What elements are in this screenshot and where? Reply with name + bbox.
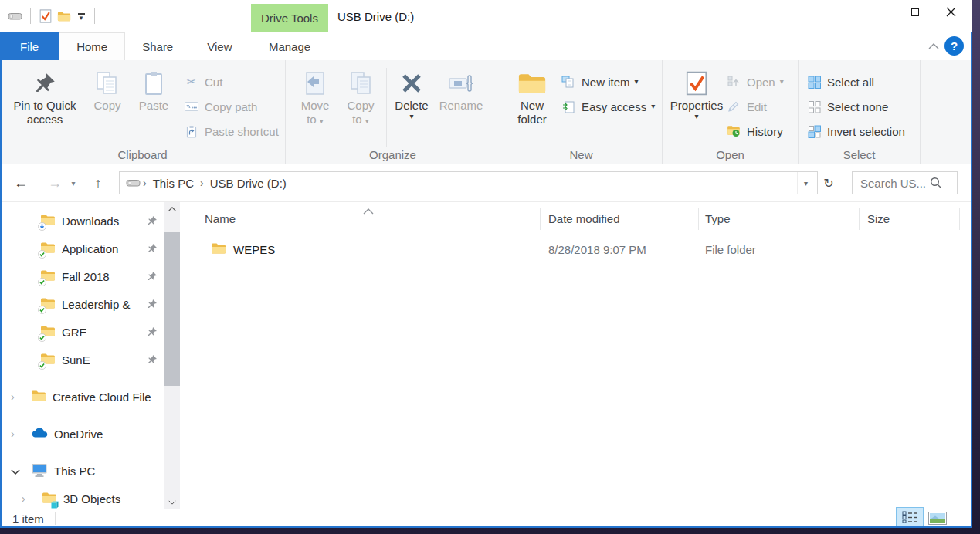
easy-access-icon (561, 100, 576, 113)
select-small-buttons: Select all Select none Invert selection (806, 63, 905, 144)
copy-button[interactable]: Copy (85, 63, 130, 147)
scroll-up-icon[interactable] (164, 202, 180, 216)
file-list: Name Date modified Type Size WEPES 8/28/… (185, 202, 972, 509)
invert-selection-button[interactable]: Invert selection (806, 119, 905, 144)
paste-shortcut-button[interactable]: Paste shortcut (184, 119, 279, 144)
new-folder-qat-button[interactable] (55, 7, 73, 25)
easy-access-button[interactable]: Easy access ▾ (561, 94, 655, 119)
column-header-type[interactable]: Type (699, 208, 860, 230)
back-button[interactable]: ← (9, 171, 32, 194)
pushpin-icon (33, 68, 56, 99)
navigation-toolbar: ← → ▾ ↑ › This PC › USB Drive (D:) ▾ ↻ (0, 164, 972, 202)
sidebar-item-3d-objects[interactable]: › 3D Objects (0, 485, 185, 509)
sidebar-scrollbar[interactable] (164, 202, 180, 509)
up-button[interactable]: ↑ (86, 171, 110, 194)
tab-home[interactable]: Home (59, 32, 125, 60)
pin-icon (147, 299, 158, 312)
minimize-button[interactable] (862, 0, 897, 24)
sidebar-item-sune[interactable]: SunE (0, 346, 185, 373)
history-button[interactable]: History (726, 119, 784, 144)
column-header-date-modified[interactable]: Date modified (541, 208, 699, 230)
ribbon-group-organize: Move to ▾ Copy to ▾ Delete ▾ (286, 60, 500, 164)
new-item-button[interactable]: New item ▾ (561, 69, 655, 94)
search-icon[interactable] (930, 177, 943, 190)
breadcrumb-separator-icon-2: › (198, 177, 205, 189)
copy-path-button[interactable]: Copy path (184, 94, 279, 119)
synced-badge-icon (38, 361, 46, 370)
sidebar-item-this-pc[interactable]: This PC (0, 457, 185, 485)
location-drive-icon (126, 177, 141, 190)
scroll-down-icon[interactable] (164, 495, 180, 509)
move-to-button[interactable]: Move to ▾ (292, 63, 338, 147)
explorer-window: ▾ Drive Tools USB Drive (D:) File Home S… (0, 0, 972, 528)
refresh-button[interactable]: ↻ (818, 171, 839, 194)
minimize-icon (876, 12, 884, 12)
chevron-right-icon[interactable]: › (11, 390, 22, 403)
file-name: WEPES (233, 243, 275, 256)
sidebar-item-application[interactable]: Application (0, 235, 185, 262)
table-row[interactable]: WEPES 8/28/2018 9:07 PM File folder (185, 235, 972, 263)
properties-qat-button[interactable] (36, 7, 55, 25)
maximize-button[interactable] (897, 0, 933, 24)
address-dropdown-button[interactable]: ▾ (797, 172, 814, 194)
select-all-button[interactable]: Select all (806, 69, 905, 94)
copy-to-button[interactable]: Copy to ▾ (338, 63, 383, 147)
thumbnail-view-button[interactable] (927, 509, 948, 526)
search-input[interactable] (860, 177, 930, 190)
item-count: 1 item (12, 512, 44, 526)
close-button[interactable] (933, 0, 968, 24)
delete-button[interactable]: Delete ▾ (390, 63, 433, 147)
rename-icon (448, 68, 474, 99)
tab-file[interactable]: File (0, 32, 59, 60)
address-bar[interactable]: › This PC › USB Drive (D:) ▾ (119, 171, 818, 194)
window-border (971, 32, 972, 528)
rename-button[interactable]: Rename (433, 63, 489, 147)
scrollbar-thumb[interactable] (164, 232, 180, 386)
breadcrumb-this-pc[interactable]: This PC (148, 177, 198, 190)
open-button[interactable]: Open ▾ (726, 69, 784, 94)
chevron-down-icon[interactable] (11, 465, 22, 477)
cut-button[interactable]: ✂ Cut (184, 69, 279, 94)
details-view-button[interactable] (896, 507, 924, 527)
column-headers: Name Date modified Type Size (185, 202, 972, 235)
edit-button[interactable]: Edit (726, 94, 784, 119)
pin-to-quick-access-button[interactable]: Pin to Quick access (5, 63, 85, 147)
clipboard-small-buttons: ✂ Cut Copy path Paste shortcut (184, 63, 279, 144)
properties-button[interactable]: Properties ▾ (669, 63, 724, 147)
recent-locations-dropdown[interactable]: ▾ (66, 179, 80, 188)
new-folder-button[interactable]: New folder (508, 63, 556, 147)
sidebar-item-fall-2018[interactable]: Fall 2018 (0, 262, 185, 290)
copy-to-dropdown-icon: ▾ (365, 117, 369, 125)
sidebar-item-gre[interactable]: GRE (0, 318, 185, 346)
sidebar-item-leadership[interactable]: Leadership & (0, 290, 185, 318)
move-to-icon (303, 68, 327, 99)
tab-view[interactable]: View (190, 32, 249, 60)
sidebar-item-creative-cloud-files[interactable]: › Creative Cloud File (0, 383, 185, 411)
chevron-right-icon[interactable]: › (11, 428, 22, 440)
copy-to-icon (349, 68, 372, 99)
chevron-right-icon[interactable]: › (22, 492, 32, 505)
customize-qat-dropdown[interactable]: ▾ (73, 13, 89, 20)
paste-icon (144, 68, 164, 99)
ribbon-tab-row: File Home Share View Manage ? (0, 32, 972, 60)
tab-manage[interactable]: Manage (251, 32, 328, 60)
sidebar-item-onedrive[interactable]: › OneDrive (0, 420, 185, 448)
help-button[interactable]: ? (944, 36, 964, 56)
forward-button[interactable]: → (43, 171, 66, 194)
minimize-ribbon-button[interactable] (928, 39, 939, 52)
new-small-buttons: New item ▾ Easy access ▾ (561, 63, 655, 119)
folder-icon (40, 297, 56, 312)
sidebar-item-downloads[interactable]: Downloads (0, 207, 185, 235)
ribbon-group-new: New folder New item ▾ Easy access ▾ (500, 60, 663, 164)
group-label-open: Open (663, 148, 798, 161)
maximize-icon (911, 8, 919, 16)
copy-path-icon (184, 102, 199, 111)
open-icon (726, 76, 741, 88)
breadcrumb-usb-drive[interactable]: USB Drive (D:) (205, 177, 291, 190)
tab-share[interactable]: Share (125, 32, 190, 60)
select-none-button[interactable]: Select none (806, 94, 905, 119)
paste-button[interactable]: Paste (130, 63, 178, 147)
column-header-size[interactable]: Size (860, 208, 960, 230)
folder-icon (31, 390, 46, 404)
group-label-select: Select (799, 148, 920, 161)
